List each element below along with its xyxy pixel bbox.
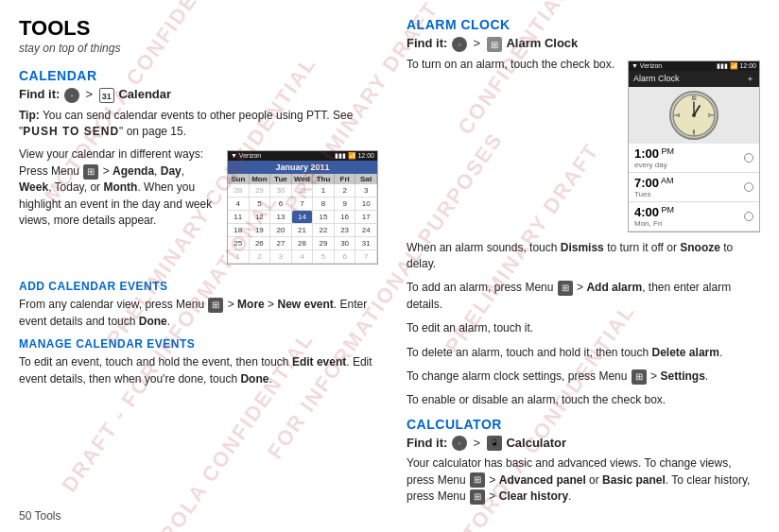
cal-cell: 17: [355, 211, 377, 224]
alarm-find-it-label: Find it:: [407, 36, 447, 50]
cal-cell: 9: [335, 197, 356, 211]
cal-cell: 30: [335, 237, 356, 250]
cal-cell: 1: [228, 250, 250, 264]
cal-cell: 20: [270, 224, 292, 237]
cal-cell: 2: [335, 184, 356, 197]
cal-cell: 25: [228, 237, 250, 250]
alarm-ampm-1: PM: [659, 146, 674, 156]
alarm-item-2: 7:00 AM Tues: [629, 173, 759, 202]
done-label: Done: [139, 315, 167, 328]
calculator-icon: 📱: [487, 436, 502, 451]
cal-cell: 12: [250, 211, 271, 224]
alarm-screenshot: ▼ Verizon ▮▮▮ 📶 12:00 Alarm Clock ＋ 12: [628, 60, 760, 232]
day-label: Day: [161, 164, 182, 178]
cal-cell: 7: [292, 197, 314, 211]
cal-signal-icons: ▮▮▮ 📶 12:00: [335, 152, 374, 160]
svg-point-11: [692, 113, 696, 117]
clear-history-label: Clear history: [499, 489, 568, 503]
calc-find-it-label: Find it:: [407, 436, 447, 450]
page-footer: 50 Tools: [19, 509, 61, 523]
calculator-text: Your calculator has basic and advanced v…: [407, 455, 760, 505]
page-subtitle: stay on top of things: [19, 42, 378, 55]
menu-icon-alarm2: [632, 369, 647, 385]
day-thu: Thu: [313, 174, 335, 184]
cal-header: January 2011: [228, 161, 377, 174]
cal-cell: 4: [292, 250, 314, 264]
agenda-label: Agenda: [113, 164, 154, 178]
svg-text:9: 9: [678, 112, 681, 118]
calc-menu-icon: [452, 436, 467, 451]
alarm-icon: [487, 37, 502, 52]
calculator-section-title: CALCULATOR: [407, 417, 760, 432]
alarm-text-5: To delete an alarm, touch and hold it, t…: [407, 345, 760, 361]
cal-grid: 28 29 30 31 1 2 3 4 5 6 7 8 9 10 11: [228, 184, 377, 264]
alarm-radio-3[interactable]: [744, 212, 753, 221]
cal-cell: 5: [250, 197, 271, 211]
cal-cell: 22: [313, 224, 335, 237]
cal-cell: 30: [270, 184, 292, 197]
clock-circle: 12 3 6 9: [669, 91, 718, 140]
cal-cell: 8: [313, 197, 335, 211]
menu-icon-calc: [470, 472, 485, 488]
new-event-label: New event: [277, 298, 333, 311]
alarm-status-left: ▼ Verizon: [632, 62, 662, 70]
menu-icon: [64, 88, 79, 103]
day-wed: Wed: [292, 174, 314, 184]
cal-cell: 28: [292, 237, 314, 250]
find-it-label: Find it:: [19, 87, 60, 101]
menu-icon-alarm: [558, 281, 573, 296]
calculator-find-it: Find it: > 📱 Calculator: [407, 436, 760, 452]
alarm-radio-1[interactable]: [744, 153, 753, 163]
cal-month-title: January 2011: [232, 163, 373, 172]
right-column: ALARM CLOCK Find it: > Alarm Clock ▼ Ver…: [397, 0, 779, 532]
alarm-time-2: 7:00: [634, 176, 659, 190]
cal-cell: 26: [250, 237, 271, 250]
alarm-time-1: 1:00: [634, 146, 659, 161]
cal-cell: 11: [228, 211, 250, 224]
cal-cell: 21: [292, 224, 314, 237]
alarm-widget-container: ▼ Verizon ▮▮▮ 📶 12:00 Alarm Clock ＋ 12: [407, 57, 760, 240]
alarm-item-1: 1:00 PM every day: [629, 144, 759, 173]
alarm-time-container-3: 4:00 PM Mon, Fri: [634, 205, 674, 228]
cal-status-bar: ▼ Verizon ▮▮▮ 📶 12:00: [228, 151, 377, 161]
alarm-sub-2: Tues: [634, 190, 674, 198]
basic-panel-label: Basic panel: [602, 473, 666, 487]
cal-days-header: Sun Mon Tue Wed Thu Fri Sat: [228, 174, 377, 184]
alarm-ampm-3: PM: [659, 205, 674, 215]
cal-cell-today: 14: [292, 211, 314, 224]
day-fri: Fri: [335, 174, 356, 184]
alarm-text-6: To change alarm clock settings, press Me…: [407, 369, 760, 385]
calculator-label: Calculator: [506, 436, 566, 450]
cal-cell: 5: [313, 250, 335, 264]
alarm-radio-2[interactable]: [744, 182, 753, 192]
alarm-menu-icon: [452, 37, 467, 52]
cal-cell: 18: [228, 224, 250, 237]
day-sat: Sat: [355, 174, 377, 184]
tip-box: Tip: You can send calendar events to oth…: [19, 108, 378, 140]
calendar-find-it: Find it: > 31 Calendar: [19, 87, 378, 103]
alarm-status-bar: ▼ Verizon ▮▮▮ 📶 12:00: [629, 61, 759, 71]
calendar-section-title: CALENDAR: [19, 68, 378, 83]
menu-icon-calc2: [470, 489, 485, 505]
cal-status-left: ▼ Verizon: [231, 152, 261, 160]
day-sun: Sun: [228, 174, 250, 184]
advanced-panel-label: Advanced panel: [499, 473, 586, 487]
cal-cell: 15: [313, 211, 335, 224]
more-label: More: [237, 298, 265, 311]
alarm-time-3: 4:00: [634, 205, 659, 219]
push-to-send-label: PUSH TO SEND: [23, 125, 119, 138]
cal-cell: 3: [270, 250, 292, 264]
cal-cell: 16: [335, 211, 356, 224]
alarm-sub-3: Mon, Fri: [634, 219, 674, 228]
tip-text2: " on page 15.: [119, 125, 186, 138]
alarm-time-container-2: 7:00 AM Tues: [634, 176, 674, 198]
alarm-text-4: To edit an alarm, touch it.: [407, 320, 760, 336]
week-label: Week: [19, 180, 48, 194]
alarm-item-3: 4:00 PM Mon, Fri: [629, 202, 759, 232]
alarm-header-icon: ＋: [746, 73, 754, 85]
dismiss-label: Dismiss: [561, 241, 604, 254]
cal-cell: 3: [355, 184, 377, 197]
calendar-widget-container: ▼ Verizon ▮▮▮ 📶 12:00 January 2011 Sun M…: [19, 146, 378, 272]
alarm-label: Alarm Clock: [506, 36, 578, 50]
tip-label: Tip:: [19, 109, 40, 122]
